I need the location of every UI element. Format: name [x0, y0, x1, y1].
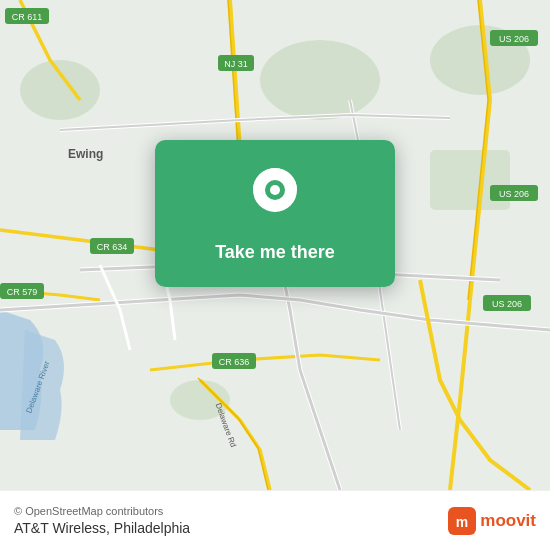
- svg-text:m: m: [456, 514, 468, 530]
- take-me-there-button[interactable]: Take me there: [207, 238, 343, 267]
- svg-point-3: [20, 60, 100, 120]
- svg-text:US 206: US 206: [499, 189, 529, 199]
- moovit-brand-text: moovit: [480, 511, 536, 531]
- svg-text:CR 634: CR 634: [97, 242, 128, 252]
- location-label: AT&T Wireless, Philadelphia: [14, 520, 190, 536]
- bottom-bar: © OpenStreetMap contributors AT&T Wirele…: [0, 490, 550, 550]
- svg-text:CR 636: CR 636: [219, 357, 250, 367]
- svg-point-1: [260, 40, 380, 120]
- moovit-logo: m moovit: [448, 507, 536, 535]
- navigation-card: Take me there: [155, 140, 395, 287]
- svg-text:Ewing: Ewing: [68, 147, 103, 161]
- card-green-area: Take me there: [155, 140, 395, 287]
- moovit-icon: m: [448, 507, 476, 535]
- svg-text:CR 611: CR 611: [12, 12, 43, 22]
- bottom-left-section: © OpenStreetMap contributors AT&T Wirele…: [14, 505, 190, 536]
- svg-text:NJ 31: NJ 31: [224, 59, 248, 69]
- svg-point-29: [270, 185, 280, 195]
- copyright-text: © OpenStreetMap contributors: [14, 505, 190, 517]
- location-pin-icon: [250, 168, 300, 228]
- svg-text:CR 579: CR 579: [7, 287, 38, 297]
- svg-text:US 206: US 206: [492, 299, 522, 309]
- svg-text:US 206: US 206: [499, 34, 529, 44]
- map-container: CR 611 NJ 31 US 206 US 206 US 206 CR 634…: [0, 0, 550, 490]
